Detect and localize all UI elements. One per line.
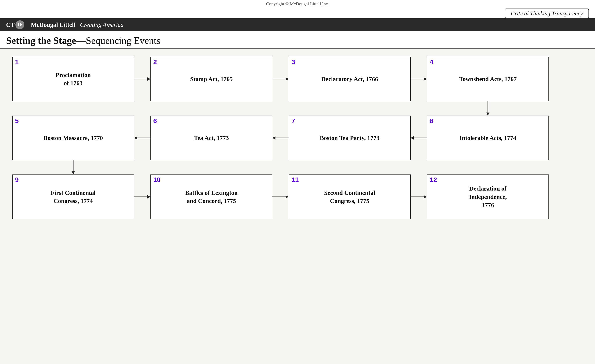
- header-bar: CT 16 McDougal Littell Creating America: [0, 18, 595, 31]
- svg-marker-1: [147, 77, 150, 81]
- svg-marker-7: [486, 113, 489, 116]
- seq-number-5: 5: [15, 118, 19, 124]
- ct-text: CT: [6, 21, 15, 28]
- v-arrow-cell-1-0: [12, 160, 134, 174]
- event-box-6: 6Tea Act, 1773: [150, 116, 272, 160]
- event-label-5: Boston Massacre, 1770: [39, 132, 107, 144]
- flow-row-1: 5Boston Massacre, 1770 6Tea Act, 1773 7B…: [12, 116, 583, 160]
- header-title: McDougal Littell Creating America: [31, 21, 124, 28]
- v-arrow-row-0: [12, 101, 583, 116]
- seq-number-10: 10: [153, 177, 161, 183]
- svg-marker-9: [134, 136, 137, 140]
- svg-marker-15: [71, 172, 75, 174]
- seq-number-6: 6: [153, 118, 157, 124]
- event-box-11: 11Second ContinentalCongress, 1775: [289, 174, 411, 219]
- page-title: Setting the Stage—Sequencing Events: [6, 35, 160, 46]
- event-box-10: 10Battles of Lexingtonand Concord, 1775: [150, 174, 272, 219]
- svg-marker-21: [424, 195, 427, 199]
- h-arrow-2-2: [411, 194, 427, 200]
- event-label-7: Boston Tea Party, 1773: [316, 132, 383, 144]
- event-box-7: 7Boston Tea Party, 1773: [289, 116, 411, 160]
- seq-number-2: 2: [153, 59, 157, 65]
- event-label-10: Battles of Lexingtonand Concord, 1775: [181, 187, 242, 207]
- svg-marker-13: [411, 136, 414, 140]
- ct-number-circle: 16: [15, 20, 24, 29]
- h-arrow-2-1: [272, 194, 289, 200]
- series-name: Creating America: [80, 21, 123, 28]
- seq-number-11: 11: [291, 177, 299, 183]
- h-arrow-0-1: [272, 76, 289, 82]
- svg-marker-19: [286, 195, 289, 199]
- v-arrow-row-1: [12, 160, 583, 174]
- critical-thinking-badge: Critical Thinking Transparency: [505, 8, 589, 18]
- seq-number-12: 12: [430, 177, 437, 183]
- event-label-3: Declaratory Act, 1766: [317, 73, 382, 85]
- svg-marker-5: [424, 77, 427, 81]
- seq-number-7: 7: [291, 118, 295, 124]
- ct-badge: CT 16: [6, 20, 27, 29]
- event-box-3: 3Declaratory Act, 1766: [289, 57, 411, 101]
- svg-marker-11: [272, 136, 276, 140]
- critical-thinking-label: Critical Thinking Transparency: [511, 10, 583, 16]
- v-arrow-cell-0-3: [427, 101, 549, 116]
- h-arrow-1-1: [272, 135, 289, 141]
- svg-marker-3: [286, 77, 289, 81]
- event-label-2: Stamp Act, 1765: [186, 73, 237, 85]
- flow-row-0: 1Proclamationof 1763 2Stamp Act, 1765 3D…: [12, 57, 583, 101]
- event-label-12: Declaration ofIndependence,1776: [465, 182, 511, 211]
- event-box-8: 8Intolerable Acts, 1774: [427, 116, 549, 160]
- event-label-4: Townshend Acts, 1767: [455, 73, 521, 85]
- seq-number-3: 3: [291, 59, 295, 65]
- event-label-9: First ContinentalCongress, 1774: [47, 187, 100, 207]
- event-box-9: 9First ContinentalCongress, 1774: [12, 174, 134, 219]
- h-arrow-0-2: [411, 76, 427, 82]
- event-box-2: 2Stamp Act, 1765: [150, 57, 272, 101]
- h-arrow-1-2: [411, 135, 427, 141]
- seq-number-4: 4: [430, 59, 433, 65]
- event-box-12: 12Declaration ofIndependence,1776: [427, 174, 549, 219]
- h-arrow-1-0: [134, 135, 150, 141]
- page-title-section: Setting the Stage—Sequencing Events: [0, 31, 595, 48]
- copyright-text: Copyright © McDougal Littell Inc.: [266, 1, 329, 6]
- header-top: Critical Thinking Transparency: [0, 7, 595, 18]
- event-box-4: 4Townshend Acts, 1767: [427, 57, 549, 101]
- event-label-8: Intolerable Acts, 1774: [455, 132, 520, 144]
- svg-marker-17: [147, 195, 150, 199]
- publisher-name: McDougal Littell: [31, 21, 75, 28]
- copyright-bar: Copyright © McDougal Littell Inc.: [0, 0, 595, 7]
- seq-number-1: 1: [15, 59, 19, 65]
- event-label-11: Second ContinentalCongress, 1775: [320, 187, 379, 207]
- flow-diagram: 1Proclamationof 1763 2Stamp Act, 1765 3D…: [12, 57, 583, 219]
- event-label-1: Proclamationof 1763: [52, 69, 95, 89]
- flow-row-2: 9First ContinentalCongress, 1774 10Battl…: [12, 174, 583, 219]
- h-arrow-0-0: [134, 76, 150, 82]
- seq-number-8: 8: [430, 118, 433, 124]
- event-label-6: Tea Act, 1773: [190, 132, 233, 144]
- seq-number-9: 9: [15, 177, 19, 183]
- h-arrow-2-0: [134, 194, 150, 200]
- event-box-5: 5Boston Massacre, 1770: [12, 116, 134, 160]
- event-box-1: 1Proclamationof 1763: [12, 57, 134, 101]
- main-content: 1Proclamationof 1763 2Stamp Act, 1765 3D…: [0, 48, 595, 227]
